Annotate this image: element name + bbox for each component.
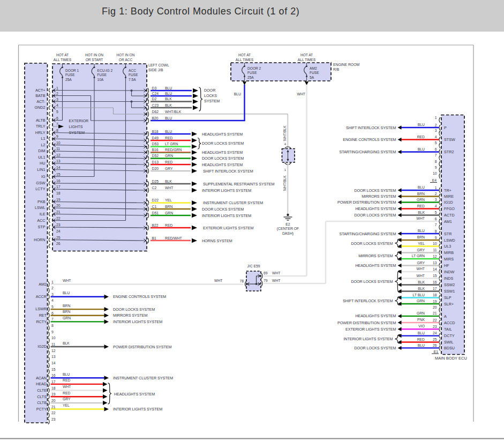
svg-text:SYSTEM: SYSTEM [69, 130, 85, 135]
svg-text:STARTING/CHARGING SYSTEM: STARTING/CHARGING SYSTEM [339, 150, 396, 154]
svg-text:HU: HU [40, 161, 45, 166]
svg-text:D22: D22 [152, 198, 159, 202]
svg-text:DOOR LOCKS SYSTEM: DOOR LOCKS SYSTEM [354, 188, 396, 193]
svg-text:INTERIOR LIGHTS SYSTEM: INTERIOR LIGHTS SYSTEM [202, 188, 251, 193]
svg-text:BDSU: BDSU [444, 346, 455, 350]
svg-text:DASH): DASH) [282, 231, 294, 236]
svg-text:BLK: BLK [165, 103, 172, 107]
svg-text:21: 21 [51, 405, 56, 409]
svg-text:C2: C2 [152, 186, 157, 190]
svg-text:19: 19 [433, 300, 437, 303]
svg-text:STSW: STSW [444, 137, 455, 142]
svg-text:BRN: BRN [63, 310, 70, 313]
svg-text:BRN: BRN [165, 205, 172, 208]
svg-text:SLP: SLP [444, 295, 452, 300]
svg-text:SSW2: SSW2 [444, 282, 455, 287]
svg-text:RED: RED [165, 223, 172, 227]
svg-text:HORN: HORN [34, 237, 45, 242]
svg-text:3: 3 [56, 98, 58, 101]
svg-text:11: 11 [433, 248, 437, 252]
svg-text:5: 5 [435, 141, 437, 145]
svg-text:69: 69 [264, 271, 268, 275]
svg-text:9: 9 [56, 134, 58, 138]
svg-text:WHT/BLK: WHT/BLK [283, 175, 287, 191]
svg-text:ACT-: ACT- [36, 99, 46, 104]
svg-text:17: 17 [56, 185, 61, 189]
svg-text:7: 7 [435, 153, 437, 157]
svg-text:B16: B16 [152, 148, 159, 152]
svg-text:LOCKS: LOCKS [204, 93, 217, 98]
svg-text:22: 22 [433, 318, 437, 322]
svg-text:INTERIOR LIGHTS SYSTEM: INTERIOR LIGHTS SYSTEM [113, 407, 162, 412]
svg-text:PCTY: PCTY [36, 407, 47, 412]
svg-text:6: 6 [56, 116, 58, 120]
svg-text:2: 2 [51, 286, 54, 290]
svg-text:DOOR LOCKS SYSTEM: DOOR LOCKS SYSTEM [354, 213, 396, 218]
svg-text:8: 8 [51, 324, 54, 327]
svg-text:ACAN: ACAN [36, 376, 47, 380]
svg-text:6: 6 [435, 147, 437, 151]
svg-text:HOT AT: HOT AT [56, 53, 69, 57]
svg-text:POWER DISTRIBUTION SYSTEM: POWER DISTRIBUTION SYSTEM [337, 320, 396, 325]
svg-text:INDW: INDW [444, 270, 454, 274]
svg-text:ALL TIMES: ALL TIMES [236, 58, 254, 62]
svg-text:C1: C1 [152, 205, 157, 208]
svg-text:10A: 10A [97, 78, 104, 81]
svg-text:DOOR LOCKS SYSTEM: DOOR LOCKS SYSTEM [202, 141, 244, 146]
svg-text:1: 1 [56, 86, 58, 90]
svg-text:AM2: AM2 [39, 282, 47, 287]
svg-text:DOOR LOCKS SYSTEM: DOOR LOCKS SYSTEM [354, 346, 396, 350]
svg-text:23: 23 [56, 223, 61, 227]
svg-text:TR+: TR+ [444, 188, 452, 193]
svg-text:MIRB: MIRB [444, 250, 454, 255]
svg-text:8: 8 [56, 129, 58, 132]
svg-text:UL3: UL3 [444, 244, 451, 249]
svg-text:GSW: GSW [36, 181, 45, 185]
svg-text:4: 4 [435, 135, 437, 139]
svg-text:LCTY: LCTY [35, 186, 46, 191]
svg-text:D25: D25 [152, 180, 159, 183]
svg-text:RED/GRN: RED/GRN [165, 148, 182, 152]
svg-text:25A: 25A [65, 78, 72, 81]
svg-text:RED: RED [417, 204, 425, 208]
svg-text:GRN: GRN [63, 316, 71, 320]
svg-text:22: 22 [51, 411, 56, 415]
svg-text:GRN: GRN [417, 299, 425, 303]
svg-text:18: 18 [433, 293, 437, 297]
svg-text:DIM: DIM [38, 148, 45, 153]
svg-text:AM2: AM2 [310, 66, 317, 70]
svg-text:EXTERIOR: EXTERIOR [69, 118, 89, 123]
svg-text:10: 10 [433, 242, 437, 245]
svg-text:HEAD: HEAD [36, 382, 47, 386]
svg-text:FUSE: FUSE [65, 73, 75, 77]
svg-text:MAIN BODY ECU: MAIN BODY ECU [435, 356, 467, 361]
svg-text:B20: B20 [152, 116, 159, 120]
svg-text:(CENTER OF: (CENTER OF [277, 227, 299, 231]
svg-text:HEADLIGHTS SYSTEM: HEADLIGHTS SYSTEM [202, 162, 243, 167]
svg-text:INSTRUMENT CLUSTER SYSTEM: INSTRUMENT CLUSTER SYSTEM [113, 376, 173, 380]
svg-text:B22: B22 [152, 223, 159, 227]
svg-text:1: 1 [51, 280, 54, 284]
svg-text:19: 19 [51, 392, 56, 396]
svg-text:18: 18 [51, 386, 56, 390]
svg-text:SHIFT INTERLOCK SYSTEM: SHIFT INTERLOCK SYSTEM [346, 125, 396, 130]
svg-text:PKB: PKB [37, 199, 46, 204]
svg-text:SWIL: SWIL [444, 340, 454, 345]
svg-text:7: 7 [56, 122, 58, 126]
svg-text:16: 16 [51, 373, 56, 377]
svg-text:IG1D: IG1D [444, 200, 453, 205]
svg-text:11: 11 [56, 147, 60, 151]
svg-text:ACC: ACC [37, 218, 45, 223]
svg-text:BLU: BLU [418, 147, 425, 151]
svg-text:VIO: VIO [418, 324, 425, 328]
svg-text:P: P [444, 125, 447, 130]
svg-text:BRN: BRN [63, 304, 70, 308]
svg-text:13: 13 [51, 355, 56, 358]
svg-text:HORNS SYSTEM: HORNS SYSTEM [202, 238, 232, 243]
svg-text:1: 1 [435, 116, 437, 119]
svg-text:SLR+: SLR+ [444, 302, 454, 307]
svg-text:HEADLIGHTS SYSTEM: HEADLIGHTS SYSTEM [355, 313, 396, 318]
svg-text:21: 21 [56, 210, 61, 214]
svg-text:BLU: BLU [165, 92, 172, 95]
svg-text:POWER DISTRIBUTION SYSTEM: POWER DISTRIBUTION SYSTEM [337, 200, 396, 205]
